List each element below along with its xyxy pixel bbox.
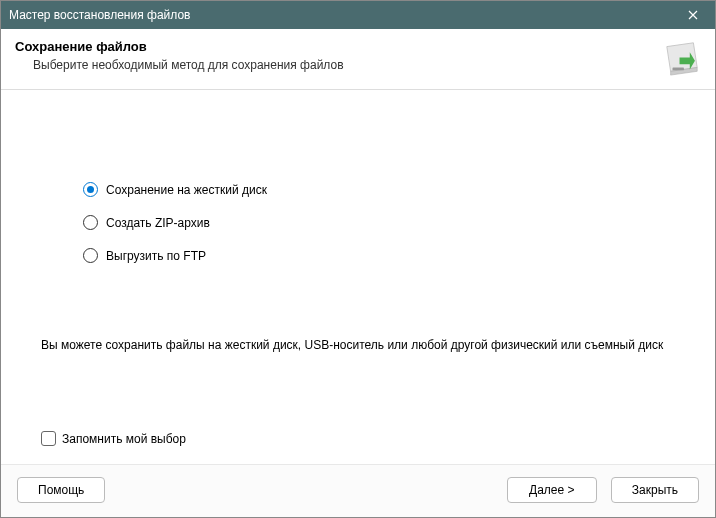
hdd-save-icon: [663, 39, 701, 77]
header-text-block: Сохранение файлов Выберите необходимый м…: [15, 39, 663, 72]
wizard-header: Сохранение файлов Выберите необходимый м…: [1, 29, 715, 90]
radio-icon: [83, 215, 98, 230]
radio-label: Выгрузить по FTP: [106, 249, 206, 263]
close-button[interactable]: Закрыть: [611, 477, 699, 503]
svg-rect-0: [673, 68, 684, 71]
wizard-footer: Помощь Далее > Закрыть: [1, 464, 715, 517]
remember-checkbox-row[interactable]: Запомнить мой выбор: [41, 431, 186, 446]
radio-option-ftp[interactable]: Выгрузить по FTP: [83, 248, 675, 263]
radio-icon: [83, 182, 98, 197]
checkbox-label: Запомнить мой выбор: [62, 432, 186, 446]
radio-label: Создать ZIP-архив: [106, 216, 210, 230]
wizard-content: Сохранение на жесткий диск Создать ZIP-а…: [1, 90, 715, 464]
radio-option-zip[interactable]: Создать ZIP-архив: [83, 215, 675, 230]
titlebar: Мастер восстановления файлов: [1, 1, 715, 29]
help-button[interactable]: Помощь: [17, 477, 105, 503]
radio-label: Сохранение на жесткий диск: [106, 183, 267, 197]
next-button[interactable]: Далее >: [507, 477, 597, 503]
radio-option-hdd[interactable]: Сохранение на жесткий диск: [83, 182, 675, 197]
wizard-window: Мастер восстановления файлов Сохранение …: [0, 0, 716, 518]
window-title: Мастер восстановления файлов: [9, 8, 679, 22]
radio-icon: [83, 248, 98, 263]
close-icon[interactable]: [679, 1, 707, 29]
save-method-group: Сохранение на жесткий диск Создать ZIP-а…: [83, 182, 675, 281]
option-description: Вы можете сохранить файлы на жесткий дис…: [41, 337, 675, 354]
page-subtitle: Выберите необходимый метод для сохранени…: [15, 58, 663, 72]
page-title: Сохранение файлов: [15, 39, 663, 54]
checkbox-icon: [41, 431, 56, 446]
